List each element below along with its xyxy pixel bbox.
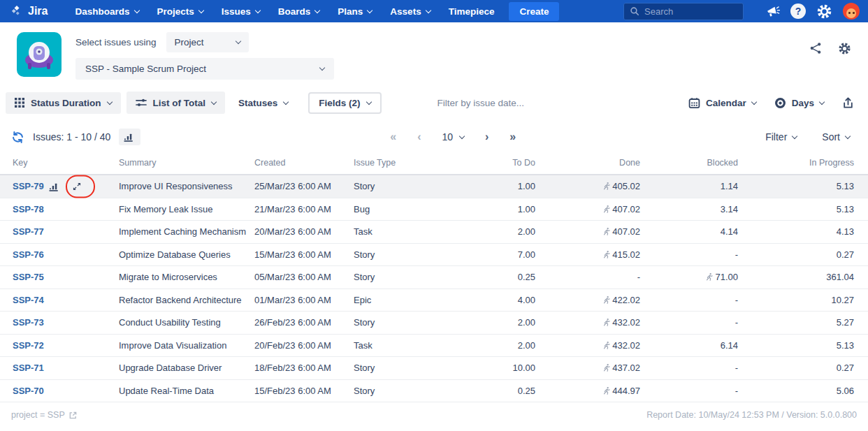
col-summary[interactable]: Summary (119, 158, 254, 168)
in-progress-value: 4.13 (748, 226, 854, 237)
chevron-down-icon (366, 98, 371, 104)
col-done[interactable]: Done (545, 158, 650, 168)
nav-timepiece[interactable]: Timepiece (440, 0, 504, 22)
create-button[interactable]: Create (509, 2, 559, 21)
nav-assets[interactable]: Assets (381, 0, 439, 22)
report-type-dropdown[interactable]: Status Duration (6, 92, 121, 114)
issue-summary: Fix Memory Leak Issue (119, 204, 254, 214)
announcements-icon[interactable] (765, 4, 780, 19)
admin-gear-icon[interactable] (816, 3, 832, 20)
in-progress-value: 5.13 (748, 181, 854, 191)
issue-key-link[interactable]: SSP-79 (13, 181, 49, 191)
col-created[interactable]: Created (254, 158, 354, 168)
table-row[interactable]: SSP-75 Migrate to Microservices 05/Mar/2… (0, 266, 868, 289)
nav-boards[interactable]: Boards (269, 0, 329, 22)
refresh-icon[interactable] (11, 131, 24, 144)
issue-summary: Improve Data Visualization (119, 340, 254, 351)
export-icon[interactable] (842, 97, 854, 109)
issue-key-link[interactable]: SSP-70 (13, 386, 49, 396)
chevron-down-icon (133, 7, 139, 13)
col-issue-type[interactable]: Issue Type (354, 158, 454, 168)
chevron-down-icon (459, 133, 465, 138)
nav-projects[interactable]: Projects (148, 0, 212, 22)
table-row[interactable]: SSP-72 Improve Data Visualization 20/Feb… (0, 335, 868, 358)
table-row[interactable]: SSP-74 Refactor Backend Architecture 01/… (0, 289, 868, 312)
done-value: 415.02 (545, 249, 650, 260)
in-progress-value: 0.27 (748, 249, 854, 260)
issue-created: 21/Mar/23 6:00 AM (254, 204, 354, 214)
table-row[interactable]: SSP-79 Improve UI Responsiveness 25/Mar/… (0, 175, 868, 198)
blocked-value: 4.14 (650, 226, 748, 237)
issue-summary: Migrate to Microservices (119, 272, 254, 282)
search-input[interactable] (644, 6, 728, 17)
in-progress-value: 10.27 (748, 295, 854, 305)
blocked-value: 71.00 (650, 272, 748, 282)
chart-view-button[interactable] (119, 129, 140, 145)
runner-icon-blocked (704, 272, 714, 282)
statuses-dropdown[interactable]: Statuses (229, 92, 297, 114)
table-row[interactable]: SSP-76 Optimize Database Queries 15/Mar/… (0, 244, 868, 267)
table-body: SSP-79 Improve UI Responsiveness 25/Mar/… (0, 175, 868, 402)
page-size-dropdown[interactable]: 10 (442, 131, 464, 143)
nav-dashboards[interactable]: Dashboards (66, 0, 147, 22)
filter-dropdown[interactable]: Filter (765, 131, 797, 143)
table-row[interactable]: SSP-70 Update Real-Time Data 15/Feb/23 6… (0, 380, 868, 403)
issue-key-link[interactable]: SSP-74 (13, 295, 49, 305)
view-mode-dropdown[interactable]: List of Total (126, 92, 226, 114)
issue-key-link[interactable]: SSP-77 (13, 226, 49, 237)
expand-icon[interactable] (72, 182, 82, 191)
col-blocked[interactable]: Blocked (650, 158, 748, 168)
issue-summary: Optimize Database Queries (119, 249, 254, 260)
sort-dropdown[interactable]: Sort (822, 131, 850, 143)
last-page-button[interactable]: » (509, 131, 516, 143)
col-in-progress[interactable]: In Progress (748, 158, 854, 168)
next-page-button[interactable]: › (485, 131, 489, 143)
todo-value: 2.00 (454, 317, 545, 328)
nav-plans[interactable]: Plans (328, 0, 381, 22)
jira-brand[interactable]: Jira (10, 4, 48, 18)
issue-key-link[interactable]: SSP-73 (13, 317, 49, 328)
chevron-down-icon (198, 7, 204, 13)
table-row[interactable]: SSP-78 Fix Memory Leak Issue 21/Mar/23 6… (0, 198, 868, 221)
issue-created: 18/Feb/23 6:00 AM (254, 363, 354, 373)
issue-key-link[interactable]: SSP-76 (13, 249, 49, 260)
todo-value: 2.00 (454, 226, 545, 237)
external-link-icon[interactable] (68, 411, 78, 420)
col-key[interactable]: Key (13, 158, 49, 168)
table-row[interactable]: SSP-73 Conduct Usability Testing 26/Feb/… (0, 312, 868, 335)
blocked-value: 1.14 (650, 181, 748, 191)
issue-type: Story (354, 317, 454, 328)
issue-source-dropdown[interactable]: Project (166, 32, 249, 52)
sliders-icon (136, 97, 147, 108)
blocked-value: 6.14 (650, 340, 748, 351)
bar-chart-icon[interactable] (49, 182, 61, 191)
first-page-button[interactable]: « (390, 131, 396, 143)
nav-issues[interactable]: Issues (212, 0, 269, 22)
calendar-dropdown[interactable]: Calendar (688, 97, 756, 109)
blocked-value: - (650, 386, 748, 396)
user-avatar[interactable] (843, 3, 860, 20)
prev-page-button[interactable]: ‹ (417, 131, 421, 143)
settings-gear-icon[interactable] (838, 42, 851, 55)
time-unit-dropdown[interactable]: Days (774, 97, 824, 109)
help-icon[interactable]: ? (790, 3, 806, 19)
share-icon[interactable] (809, 42, 822, 55)
search-icon (630, 6, 639, 16)
issue-key-link[interactable]: SSP-75 (13, 272, 49, 282)
blocked-value: - (650, 295, 748, 305)
col-todo[interactable]: To Do (454, 158, 545, 168)
issue-key-link[interactable]: SSP-72 (13, 340, 49, 351)
issue-date-filter-input[interactable]: Filter by issue date... (437, 98, 688, 108)
blocked-value: - (650, 317, 748, 328)
runner-icon-done (602, 341, 611, 350)
table-row[interactable]: SSP-77 Implement Caching Mechanism 20/Ma… (0, 221, 868, 244)
issue-key-link[interactable]: SSP-78 (13, 204, 49, 214)
project-dropdown[interactable]: SSP - Sample Scrum Project (75, 58, 334, 80)
table-row[interactable]: SSP-71 Upgrade Database Driver 18/Feb/23… (0, 357, 868, 380)
jql-label: project = SSP (11, 410, 78, 420)
global-search[interactable] (623, 3, 744, 20)
fields-dropdown[interactable]: Fields (2) (308, 92, 381, 114)
done-value: 444.97 (545, 386, 650, 396)
issue-key-link[interactable]: SSP-71 (13, 363, 49, 373)
todo-value: 0.25 (454, 386, 545, 396)
